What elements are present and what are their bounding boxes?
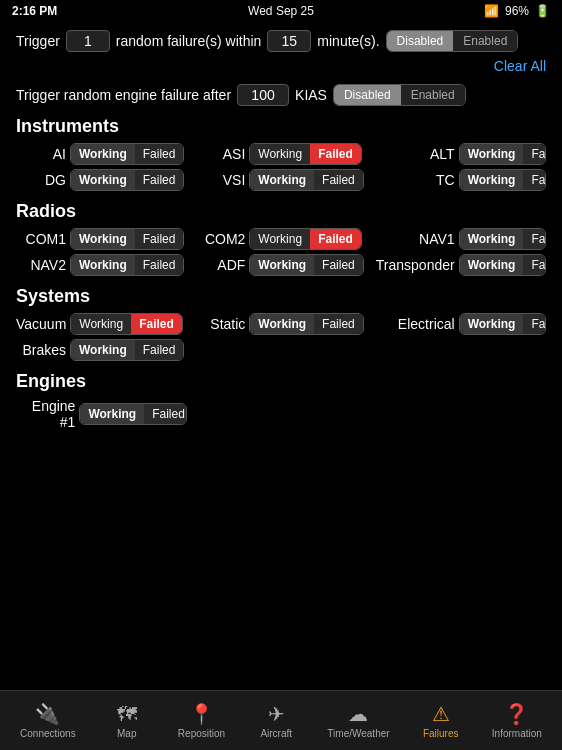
- nav-item-map[interactable]: 🗺Map: [102, 699, 152, 743]
- item-cell-1-0-1: COM2WorkingFailed: [187, 228, 366, 250]
- trigger2-disabled-btn[interactable]: Disabled: [334, 85, 401, 105]
- item-label-NAV1: NAV1: [375, 231, 455, 247]
- btn-group-ASI: WorkingFailed: [249, 143, 361, 165]
- nav-item-connections[interactable]: 🔌Connections: [14, 698, 82, 743]
- aircraft-label: Aircraft: [260, 728, 292, 739]
- failed-btn-ADF[interactable]: Failed: [314, 255, 363, 275]
- item-cell-0-0-1: ASIWorkingFailed: [187, 143, 366, 165]
- working-btn-TC[interactable]: Working: [460, 170, 524, 190]
- working-btn-NAV2[interactable]: Working: [71, 255, 135, 275]
- clear-all-button[interactable]: Clear All: [494, 58, 546, 74]
- failed-btn-AI[interactable]: Failed: [135, 144, 184, 164]
- working-btn-DG[interactable]: Working: [71, 170, 135, 190]
- trigger-description: random failure(s) within: [116, 33, 262, 49]
- information-icon: ❓: [504, 702, 529, 726]
- item-cell-1-1-1: ADFWorkingFailed: [187, 254, 366, 276]
- reposition-icon: 📍: [189, 702, 214, 726]
- failed-btn-Static[interactable]: Failed: [314, 314, 363, 334]
- working-btn-AI[interactable]: Working: [71, 144, 135, 164]
- section-header-engines: Engines: [16, 371, 546, 392]
- trigger2-enabled-btn[interactable]: Enabled: [401, 85, 465, 105]
- aircraft-icon: ✈: [268, 702, 285, 726]
- failed-btn-COM2[interactable]: Failed: [310, 229, 361, 249]
- working-btn-NAV1[interactable]: Working: [460, 229, 524, 249]
- working-btn-VSI[interactable]: Working: [250, 170, 314, 190]
- nav-item-aircraft[interactable]: ✈Aircraft: [251, 698, 301, 743]
- item-cell-0-1-2: TCWorkingFailed: [367, 169, 546, 191]
- item-label-Transponder: Transponder: [375, 257, 455, 273]
- timeweather-label: Time/Weather: [327, 728, 389, 739]
- btn-group-ADF: WorkingFailed: [249, 254, 363, 276]
- working-btn-ASI[interactable]: Working: [250, 144, 310, 164]
- failed-btn-DG[interactable]: Failed: [135, 170, 184, 190]
- working-btn-Transponder[interactable]: Working: [460, 255, 524, 275]
- trigger-minutes-input[interactable]: [267, 30, 311, 52]
- btn-group-Engine-1: WorkingFailed: [79, 403, 187, 425]
- reposition-label: Reposition: [178, 728, 225, 739]
- working-btn-Engine-1[interactable]: Working: [80, 404, 144, 424]
- item-cell-1-1-2: TransponderWorkingFailed: [367, 254, 546, 276]
- trigger-count-input[interactable]: [66, 30, 110, 52]
- trigger1-enabled-btn[interactable]: Enabled: [453, 31, 517, 51]
- item-cell-2-0-1: StaticWorkingFailed: [187, 313, 366, 335]
- sections-container: InstrumentsAIWorkingFailedASIWorkingFail…: [16, 116, 546, 430]
- status-right: 📶 96% 🔋: [484, 4, 550, 18]
- failed-btn-Engine-1[interactable]: Failed: [144, 404, 187, 424]
- nav-item-reposition[interactable]: 📍Reposition: [172, 698, 231, 743]
- item-label-AI: AI: [16, 146, 66, 162]
- failed-btn-COM1[interactable]: Failed: [135, 229, 184, 249]
- trigger2-kias-input[interactable]: [237, 84, 289, 106]
- working-btn-Static[interactable]: Working: [250, 314, 314, 334]
- items-row-3-0: Engine #1WorkingFailed: [16, 398, 546, 430]
- working-btn-Vacuum[interactable]: Working: [71, 314, 131, 334]
- failed-btn-NAV1[interactable]: Failed: [523, 229, 546, 249]
- wifi-icon: 📶: [484, 4, 499, 18]
- section-header-instruments: Instruments: [16, 116, 546, 137]
- nav-item-failures[interactable]: ⚠Failures: [416, 698, 466, 743]
- item-cell-2-1-0: BrakesWorkingFailed: [16, 339, 187, 361]
- working-btn-ADF[interactable]: Working: [250, 255, 314, 275]
- information-label: Information: [492, 728, 542, 739]
- nav-item-timeweather[interactable]: ☁Time/Weather: [321, 698, 395, 743]
- trigger-row-1: Trigger random failure(s) within minute(…: [16, 30, 546, 74]
- item-label-DG: DG: [16, 172, 66, 188]
- btn-group-TC: WorkingFailed: [459, 169, 546, 191]
- btn-group-Electrical: WorkingFailed: [459, 313, 546, 335]
- working-btn-ALT[interactable]: Working: [460, 144, 524, 164]
- failed-btn-Brakes[interactable]: Failed: [135, 340, 184, 360]
- trigger-row-2: Trigger random engine failure after KIAS…: [16, 84, 546, 106]
- trigger2-label: Trigger random engine failure after: [16, 87, 231, 103]
- btn-group-Static: WorkingFailed: [249, 313, 363, 335]
- failed-btn-Transponder[interactable]: Failed: [523, 255, 546, 275]
- working-btn-Electrical[interactable]: Working: [460, 314, 524, 334]
- trigger-minutes-label: minute(s).: [317, 33, 379, 49]
- failed-btn-TC[interactable]: Failed: [523, 170, 546, 190]
- item-label-VSI: VSI: [195, 172, 245, 188]
- working-btn-COM1[interactable]: Working: [71, 229, 135, 249]
- failed-btn-ALT[interactable]: Failed: [523, 144, 546, 164]
- failures-icon: ⚠: [432, 702, 450, 726]
- failed-btn-Vacuum[interactable]: Failed: [131, 314, 182, 334]
- bottom-nav: 🔌Connections🗺Map📍Reposition✈Aircraft☁Tim…: [0, 690, 562, 750]
- item-cell-1-0-0: COM1WorkingFailed: [16, 228, 187, 250]
- item-label-Vacuum: Vacuum: [16, 316, 66, 332]
- trigger1-disabled-btn[interactable]: Disabled: [387, 31, 454, 51]
- item-cell-1-1-0: NAV2WorkingFailed: [16, 254, 187, 276]
- item-label-Brakes: Brakes: [16, 342, 66, 358]
- failed-btn-VSI[interactable]: Failed: [314, 170, 363, 190]
- working-btn-Brakes[interactable]: Working: [71, 340, 135, 360]
- btn-group-NAV2: WorkingFailed: [70, 254, 184, 276]
- failed-btn-ASI[interactable]: Failed: [310, 144, 361, 164]
- main-content: Trigger random failure(s) within minute(…: [0, 22, 562, 494]
- nav-item-information[interactable]: ❓Information: [486, 698, 548, 743]
- working-btn-COM2[interactable]: Working: [250, 229, 310, 249]
- failed-btn-Electrical[interactable]: Failed: [523, 314, 546, 334]
- item-label-TC: TC: [375, 172, 455, 188]
- failed-btn-NAV2[interactable]: Failed: [135, 255, 184, 275]
- items-row-1-1: NAV2WorkingFailedADFWorkingFailedTranspo…: [16, 254, 546, 276]
- btn-group-VSI: WorkingFailed: [249, 169, 363, 191]
- connections-label: Connections: [20, 728, 76, 739]
- trigger-label: Trigger: [16, 33, 60, 49]
- btn-group-Transponder: WorkingFailed: [459, 254, 546, 276]
- item-label-COM2: COM2: [195, 231, 245, 247]
